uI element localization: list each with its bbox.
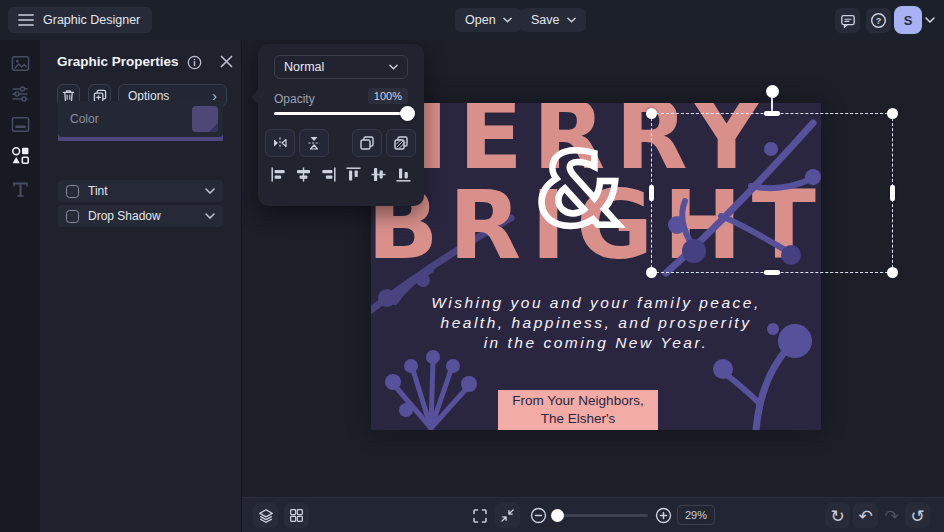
zoom-level-indicator[interactable]: 29% [677,505,715,525]
blend-mode-value: Normal [284,60,324,74]
canvas-workspace[interactable]: MERRY BRIGHT & Wishing you and your fa [242,40,944,497]
align-top-icon [345,166,362,183]
color-swatch[interactable] [192,106,218,132]
opacity-slider[interactable] [274,112,408,115]
align-bottom-icon [395,166,412,183]
zoom-slider[interactable] [553,514,648,517]
hamburger-icon [18,14,34,26]
message-line-1: Wishing you and your family peace, [371,293,821,313]
align-right-button[interactable] [320,166,337,183]
copy-button[interactable] [352,129,382,157]
panel-info-button[interactable] [187,55,202,70]
rail-item-images[interactable] [0,48,40,78]
chevron-down-icon [389,64,398,70]
handle-top-right[interactable] [887,108,898,119]
rail-item-text[interactable] [0,174,40,204]
user-avatar[interactable]: S [894,6,922,34]
history-button[interactable]: ↺ [905,503,930,528]
copy-style-button[interactable] [386,129,416,157]
zoom-in-button[interactable] [651,503,676,528]
fit-screen-button[interactable] [495,503,520,528]
layers-button[interactable] [253,503,278,528]
align-center-horizontal-icon [295,166,312,183]
handle-middle-right[interactable] [890,185,895,201]
flip-vertical-icon [306,135,322,151]
opacity-label: Opacity [274,92,315,106]
help-button[interactable]: ? [866,8,891,33]
handle-bottom-left[interactable] [646,267,657,278]
zoom-out-icon [530,507,547,524]
rail-item-adjust[interactable] [0,79,40,109]
redo-icon: ↷ [884,506,898,526]
popover-notch [251,90,265,104]
card-message[interactable]: Wishing you and your family peace, healt… [371,293,821,353]
handle-top-center[interactable] [764,111,780,116]
rail-item-shapes[interactable] [0,140,40,170]
rotation-handle[interactable] [766,85,779,98]
align-left-button[interactable] [270,166,287,183]
opacity-slider-handle[interactable] [400,106,415,121]
chevron-down-icon [925,17,935,23]
alignment-row [270,166,412,183]
top-bar: Graphic Designer Open Save ? [0,0,944,40]
tint-checkbox[interactable] [66,185,79,198]
panel-close-button[interactable] [220,55,233,68]
swatch-corner [209,123,218,132]
align-left-icon [270,166,287,183]
undo-button[interactable]: ↶ [853,503,878,528]
avatar-initial: S [904,13,913,28]
ampersand-graphic[interactable]: & [521,143,641,243]
panel-title: Graphic Properties [57,54,179,69]
color-label: Color [70,112,99,126]
flip-horizontal-icon [272,135,288,151]
main-menu-button[interactable]: Graphic Designer [8,7,152,33]
blend-mode-select[interactable]: Normal [274,55,408,79]
chevron-down-icon[interactable] [205,213,215,219]
refresh-icon: ↻ [830,506,844,526]
ampersand-text: & [535,143,622,243]
redo-button[interactable]: ↷ [879,503,904,528]
tint-row[interactable]: Tint [58,180,223,202]
flip-vertical-button[interactable] [299,129,329,157]
flip-horizontal-button[interactable] [265,129,295,157]
align-bottom-button[interactable] [395,166,412,183]
berries-decoration-bottom-left[interactable] [373,348,488,430]
layers-icon [258,508,274,524]
rail-item-frames[interactable] [0,109,40,139]
signature-line-2: The Elsher's [498,410,658,428]
svg-text:?: ? [876,16,881,26]
chevron-down-icon [503,17,512,23]
account-menu-chevron[interactable] [925,17,935,23]
frame-icon [11,116,30,133]
copy-style-icon [393,135,409,151]
info-icon [187,55,202,70]
feedback-button[interactable] [835,8,860,33]
save-button[interactable]: Save [521,8,586,32]
tool-rail [0,40,40,532]
signature-box[interactable]: From Your Neighbors, The Elsher's [498,390,658,430]
chevron-down-icon[interactable] [205,188,215,194]
fullscreen-button[interactable] [467,503,492,528]
image-icon [11,55,30,72]
align-middle-vertical-button[interactable] [370,166,387,183]
drop-shadow-checkbox[interactable] [66,210,79,223]
drop-shadow-row[interactable]: Drop Shadow [58,205,223,227]
align-top-button[interactable] [345,166,362,183]
handle-bottom-center[interactable] [764,270,780,275]
align-center-horizontal-button[interactable] [295,166,312,183]
zoom-slider-handle[interactable] [551,509,564,522]
handle-middle-left[interactable] [649,185,654,201]
graphic-designer-app: Graphic Designer Open Save ? [0,0,944,532]
copy-icon [359,135,375,151]
chevron-down-icon [567,17,576,23]
history-icon: ↺ [910,506,924,526]
selection-box[interactable] [651,113,893,273]
zoom-out-button[interactable] [526,503,551,528]
templates-grid-button[interactable] [284,503,309,528]
open-button[interactable]: Open [455,8,522,32]
text-icon [12,181,29,198]
refresh-button[interactable]: ↻ [825,503,850,528]
handle-top-left[interactable] [646,108,657,119]
adjustments-icon [11,85,29,103]
handle-bottom-right[interactable] [887,267,898,278]
